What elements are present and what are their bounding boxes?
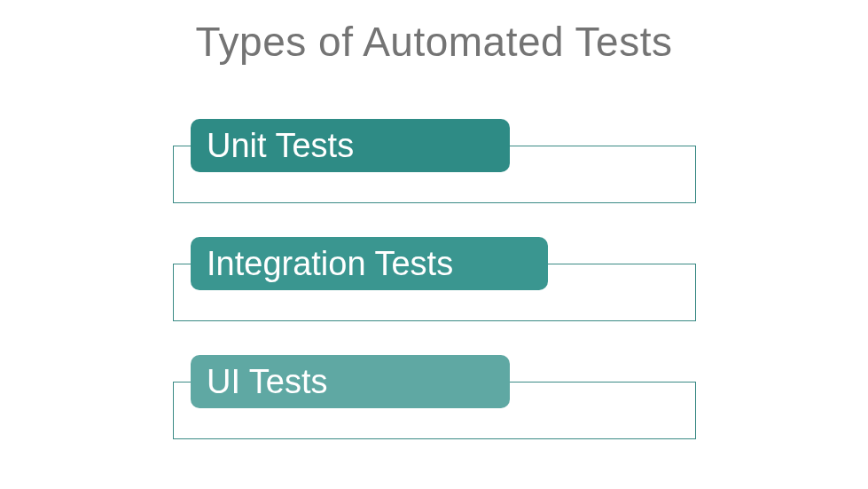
slide: Types of Automated Tests Unit Tests Inte… bbox=[0, 0, 868, 489]
test-types-list: Unit Tests Integration Tests UI Tests bbox=[0, 119, 868, 439]
list-item: Unit Tests bbox=[173, 119, 868, 203]
item-label: UI Tests bbox=[207, 363, 328, 401]
item-label: Unit Tests bbox=[207, 127, 354, 165]
list-item: Integration Tests bbox=[173, 237, 868, 321]
item-label-box: Integration Tests bbox=[191, 237, 548, 290]
list-item: UI Tests bbox=[173, 355, 868, 439]
item-label-box: UI Tests bbox=[191, 355, 510, 408]
item-label-box: Unit Tests bbox=[191, 119, 510, 172]
item-label: Integration Tests bbox=[207, 245, 453, 283]
slide-title: Types of Automated Tests bbox=[0, 18, 868, 66]
